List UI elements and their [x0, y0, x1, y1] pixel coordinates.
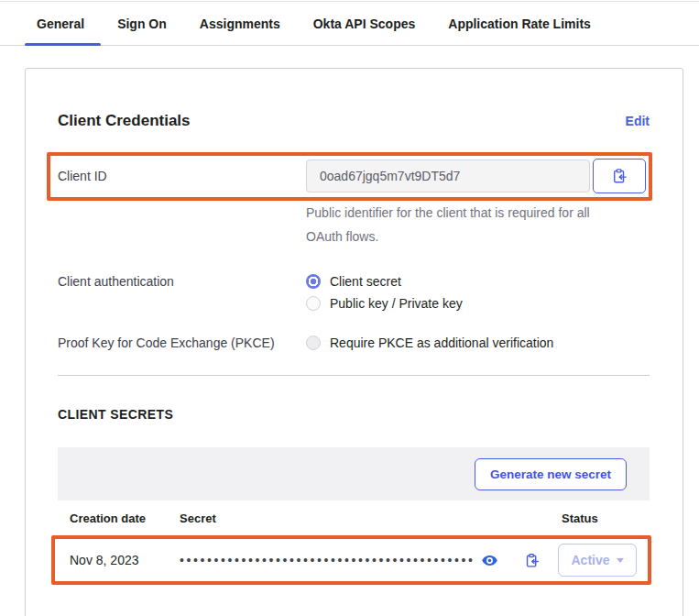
clipboard-copy-icon	[524, 553, 540, 568]
table-header-row: Creation date Secret Status	[58, 500, 650, 537]
status-label: Active	[571, 553, 609, 567]
secret-table-row: Nov 8, 2023 ••••••••••••••••••••••••••••…	[58, 537, 650, 583]
client-authentication-options: Client secret Public key / Private key	[306, 274, 463, 311]
client-secrets-table: Generate new secret Creation date Secret…	[58, 447, 650, 583]
tab-assignments[interactable]: Assignments	[183, 16, 297, 45]
tab-label: Okta API Scopes	[313, 16, 416, 31]
copy-secret-button[interactable]	[524, 553, 540, 568]
tab-label: Application Rate Limits	[448, 16, 591, 31]
client-authentication-row: Client authentication Client secret Publ…	[58, 274, 650, 311]
client-id-field-group	[306, 159, 646, 193]
column-header-status: Status	[558, 512, 650, 525]
radio-option-label: Client secret	[330, 274, 401, 289]
client-secrets-heading: CLIENT SECRETS	[58, 407, 650, 422]
pkce-checkbox-option[interactable]: Require PKCE as additional verification	[306, 336, 553, 350]
tab-okta-api-scopes[interactable]: Okta API Scopes	[297, 16, 432, 45]
radio-option-public-key[interactable]: Public key / Private key	[306, 296, 463, 311]
pkce-option-label: Require PKCE as additional verification	[330, 336, 553, 350]
tab-sign-on[interactable]: Sign On	[101, 16, 183, 45]
tab-label: Sign On	[117, 16, 167, 31]
tab-bar: General Sign On Assignments Okta API Sco…	[0, 2, 699, 46]
pkce-row: Proof Key for Code Exchange (PKCE) Requi…	[58, 336, 650, 350]
client-id-help: Public identifier for the client that is…	[306, 201, 625, 248]
tab-label: General	[37, 16, 84, 31]
cell-secret: ••••••••••••••••••••••••••••••••••••••••…	[180, 552, 558, 569]
copy-client-id-button[interactable]	[593, 159, 646, 193]
masked-secret-value: ••••••••••••••••••••••••••••••••••••••••…	[180, 554, 475, 566]
generate-new-secret-button[interactable]: Generate new secret	[475, 458, 627, 490]
pkce-checkbox-icon	[306, 336, 321, 350]
client-id-label: Client ID	[58, 169, 306, 183]
pkce-label: Proof Key for Code Exchange (PKCE)	[58, 336, 306, 350]
section-title: Client Credentials	[58, 112, 191, 130]
radio-option-client-secret[interactable]: Client secret	[306, 274, 463, 289]
status-dropdown-button[interactable]: Active	[558, 544, 637, 577]
cell-status: Active	[558, 544, 650, 577]
secrets-toolbar: Generate new secret	[58, 447, 650, 500]
radio-selected-icon	[306, 274, 321, 289]
client-id-input[interactable]	[306, 160, 590, 192]
column-header-creation-date: Creation date	[70, 512, 180, 525]
section-divider	[58, 375, 650, 376]
column-header-secret: Secret	[180, 512, 558, 525]
client-authentication-label: Client authentication	[58, 274, 306, 289]
client-credentials-header: Client Credentials Edit	[58, 112, 650, 130]
radio-option-label: Public key / Private key	[330, 296, 463, 311]
client-id-row: Client ID	[58, 158, 650, 194]
settings-card: Client Credentials Edit Client ID Public…	[25, 68, 683, 616]
edit-link[interactable]: Edit	[626, 114, 650, 128]
clipboard-copy-icon	[611, 168, 628, 184]
cell-creation-date: Nov 8, 2023	[70, 553, 180, 567]
show-secret-button[interactable]	[481, 552, 498, 569]
tab-label: Assignments	[200, 16, 280, 31]
caret-down-icon	[617, 558, 624, 563]
tab-general[interactable]: General	[25, 16, 101, 45]
radio-unselected-icon	[306, 296, 321, 311]
tab-application-rate-limits[interactable]: Application Rate Limits	[431, 16, 607, 45]
eye-icon	[481, 552, 498, 569]
